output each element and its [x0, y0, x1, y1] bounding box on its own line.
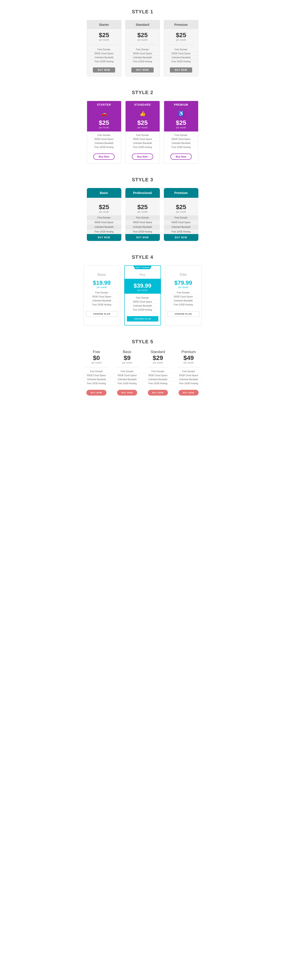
- style4-card-basic-name: Basic: [97, 273, 106, 277]
- list-item: Free Domain: [113, 369, 142, 374]
- style2-card-starter-price-block: $25 per month: [87, 118, 121, 132]
- list-item: 50GB Cloud Space: [125, 220, 160, 225]
- style1-card-standard-features: Free Domain 50GB Cloud Space Unlimited B…: [126, 46, 160, 65]
- style3-card-professional-btn[interactable]: BUY NOW: [125, 234, 160, 241]
- list-item: 50GB Cloud Space: [164, 52, 198, 56]
- list-item: Free Domain: [87, 133, 121, 137]
- style5-card-basic-price: $9: [124, 355, 131, 361]
- style1-card-standard-header: Standard: [126, 20, 160, 29]
- style2-card-premium-btn[interactable]: Buy Now: [170, 154, 191, 160]
- style3-card-basic: Basic $25 per month Free Domain 50GB Clo…: [87, 188, 121, 241]
- style1-card-starter-price-wrap: $25 per month: [99, 29, 109, 43]
- style4-best-badge: BEST ORDER: [134, 266, 151, 269]
- style2-card-standard-header: STANDARD: [126, 101, 160, 108]
- style1-card-premium-price: $25: [176, 32, 186, 38]
- style2-card-standard-per: per month: [126, 126, 160, 129]
- style4-card-elite-btn[interactable]: CHOOSE PLAN: [167, 311, 199, 317]
- style5-card-standard-price: $29: [153, 355, 163, 361]
- style1-card-standard-btn[interactable]: BUY NOW: [131, 67, 153, 73]
- style5-card-standard-btn[interactable]: BUY NOW: [148, 390, 168, 396]
- list-item: Free 10GB Hosting: [164, 60, 198, 64]
- style2-card-standard-price-block: $25 per month: [126, 118, 160, 132]
- style4-card-elite: Elite $79.99 per month Free Domain 50GB …: [165, 266, 202, 326]
- list-item: Unlimited Bandwith: [113, 377, 142, 382]
- style4-card-pro-price: $39.99: [125, 283, 161, 288]
- style2-card-starter: STARTER 🚗 $25 per month Free Domain 50GB…: [87, 101, 121, 164]
- style1-card-standard-price: $25: [137, 32, 148, 38]
- style1-card-standard-price-wrap: $25 per month: [137, 29, 148, 43]
- style3-card-professional: Professional $25 per month Free Domain 5…: [125, 188, 160, 241]
- list-item: Free Domain: [164, 48, 198, 52]
- page-wrapper: STYLE 1 Starter $25 per month Free Domai…: [0, 0, 285, 404]
- style4-card-pro: BEST ORDER Pro $39.99 per month Free Dom…: [124, 266, 161, 326]
- list-item: Free Domain: [143, 369, 172, 374]
- list-item: Free 10GB Hosting: [164, 145, 198, 149]
- list-item: 50GB Cloud Space: [87, 52, 121, 56]
- list-item: Unlimited Bandwith: [174, 377, 203, 382]
- list-item: Free 10GB Hosting: [143, 382, 172, 385]
- style3-card-premium-header: Premium: [164, 188, 198, 198]
- style2-card-starter-features: Free Domain 50GB Cloud Space Unlimited B…: [87, 132, 121, 151]
- style5-card-free-price-wrap: $0 per month: [91, 355, 101, 366]
- style2-card-standard-btn[interactable]: Buy Now: [132, 154, 153, 160]
- style3-card-professional-per: per month: [137, 211, 147, 213]
- style2-card-starter-price: $25: [87, 120, 121, 126]
- list-item: Free Domain: [164, 215, 198, 220]
- list-item: Free 10GB Hosting: [87, 60, 121, 64]
- style1-cards-row: Starter $25 per month Free Domain 50GB C…: [84, 20, 201, 76]
- style5-card-free-name: Free: [93, 350, 100, 354]
- style5-card-basic: Basic $9 per month Free Domain 50GB Clou…: [113, 350, 142, 396]
- starter-icon: 🚗: [87, 108, 121, 118]
- style4-card-basic-btn[interactable]: CHOOSE PLAN: [86, 311, 118, 317]
- style5-card-free-features: Free Domain 50GB Cloud Space Unlimited B…: [82, 368, 111, 387]
- style5-card-free-per: per month: [91, 361, 101, 364]
- style5-card-premium-features: Free Domain 50GB Cloud Space Unlimited B…: [174, 368, 203, 387]
- style1-card-premium-price-wrap: $25 per month: [176, 29, 186, 43]
- style3-card-premium-btn[interactable]: BUY NOW: [164, 234, 198, 241]
- list-item: 50GB Cloud Space: [164, 220, 198, 225]
- list-item: 50GB Cloud Space: [126, 137, 160, 141]
- style1-card-premium-header: Premium: [164, 20, 198, 29]
- list-item: Free 10GB Hosting: [87, 145, 121, 149]
- list-item: Free Domain: [125, 215, 160, 220]
- list-item: Free 10GB Hosting: [82, 382, 111, 385]
- list-item: Unlimited Bandwith: [126, 141, 160, 145]
- list-item: Unlimited Bandwith: [127, 304, 158, 308]
- style2-card-starter-per: per month: [87, 126, 121, 129]
- style1-card-premium-btn[interactable]: BUY NOW: [170, 67, 192, 73]
- style2-title: STYLE 2: [132, 90, 153, 95]
- list-item: Free 10GB Hosting: [164, 229, 198, 234]
- style4-card-pro-btn[interactable]: CHOOSE PLAN: [127, 316, 158, 321]
- style4-card-pro-features: Free Domain 50GB Cloud Space Unlimited B…: [127, 294, 158, 314]
- style4-card-pro-per: per month: [125, 289, 161, 291]
- list-item: Unlimited Bandwith: [164, 56, 198, 60]
- style3-card-premium-price: $25: [176, 204, 186, 210]
- list-item: 50GB Cloud Space: [87, 137, 121, 141]
- style5-card-premium: Premium $49 per month Free Domain 50GB C…: [174, 350, 203, 396]
- style5-card-premium-price-wrap: $49 per month: [183, 355, 194, 366]
- style4-card-pro-name: Pro: [140, 273, 145, 277]
- style3-card-basic-btn[interactable]: BUY NOW: [87, 234, 121, 241]
- style5-card-free-btn[interactable]: BUY NOW: [86, 390, 107, 396]
- style2-card-starter-btn[interactable]: Buy Now: [93, 154, 115, 160]
- list-item: 50GB Cloud Space: [82, 374, 111, 377]
- style2-cards-row: STARTER 🚗 $25 per month Free Domain 50GB…: [84, 101, 201, 164]
- style3-card-professional-price-wrap: $25 per month: [137, 201, 148, 215]
- style1-card-starter-per: per month: [99, 39, 109, 41]
- style2-card-premium-header: PREMIUM: [164, 101, 198, 108]
- style5-card-standard-name: Standard: [151, 350, 165, 354]
- list-item: 50GB Cloud Space: [113, 374, 142, 377]
- style5-card-premium-price: $49: [183, 355, 194, 361]
- style5-card-basic-btn[interactable]: BUY NOW: [117, 390, 137, 396]
- list-item: Free 10GB Hosting: [174, 382, 203, 385]
- list-item: Unlimited Bandwith: [125, 225, 160, 229]
- style5-card-premium-btn[interactable]: BUY NOW: [178, 390, 199, 396]
- style4-card-elite-price: $79.99: [174, 280, 192, 286]
- list-item: Free 10GB Hosting: [86, 303, 118, 307]
- style4-card-pro-price-block: $39.99 per month: [125, 279, 161, 294]
- style1-card-starter-btn[interactable]: BUY NOW: [93, 67, 115, 73]
- list-item: 50GB Cloud Space: [127, 300, 158, 304]
- style3-card-basic-price: $25: [99, 204, 109, 210]
- style1-card-starter-price: $25: [99, 32, 109, 38]
- style1-card-starter-header: Starter: [87, 20, 121, 29]
